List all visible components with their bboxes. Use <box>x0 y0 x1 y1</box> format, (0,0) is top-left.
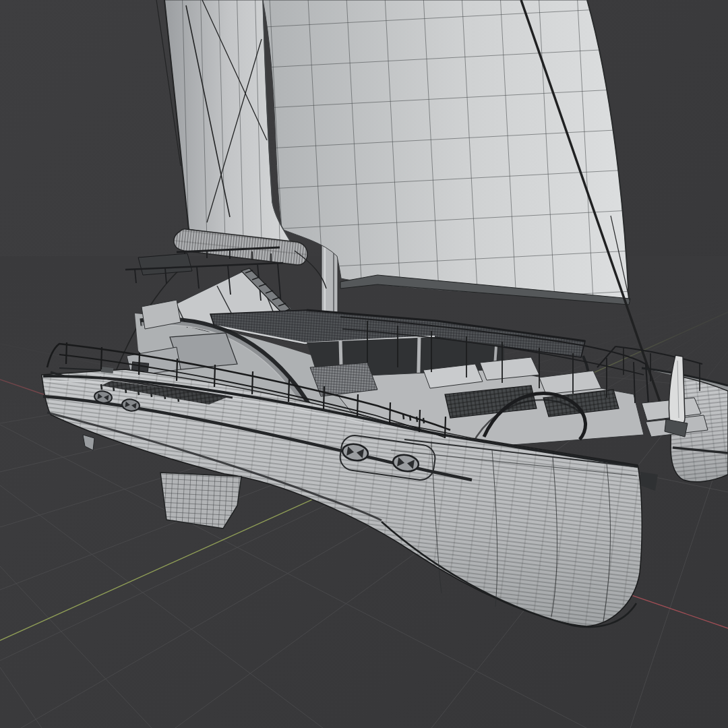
vent-slot <box>101 384 102 390</box>
rail-post <box>214 365 215 387</box>
blender-3d-viewport[interactable] <box>0 0 728 728</box>
rail-post <box>252 371 253 394</box>
rail-post <box>66 342 67 364</box>
rail-post <box>390 402 390 425</box>
rail-post <box>324 386 324 409</box>
rail-post <box>101 347 102 369</box>
rail-post <box>445 417 446 438</box>
rail-post <box>139 353 140 375</box>
rail-post <box>177 359 177 381</box>
rail-post <box>289 379 289 402</box>
rail-post <box>357 394 358 417</box>
viewport-canvas <box>0 0 728 728</box>
rail-post <box>419 410 420 432</box>
